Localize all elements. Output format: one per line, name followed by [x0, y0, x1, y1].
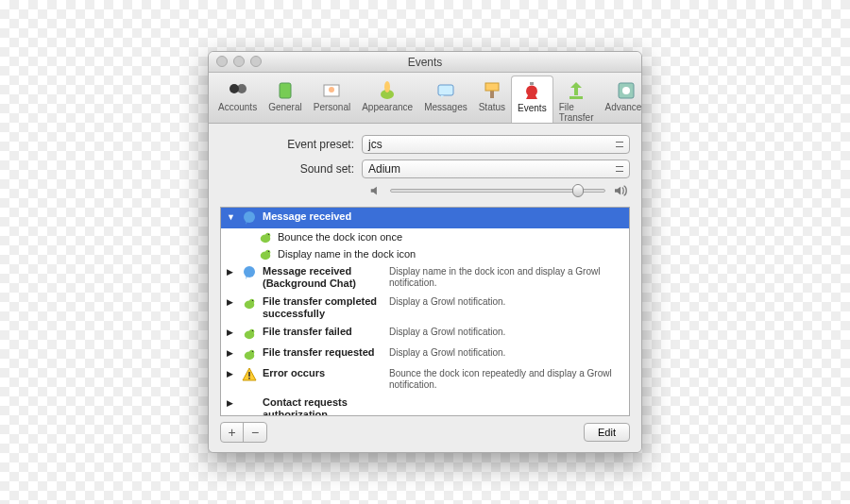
event-title: Message received (Background Chat): [263, 265, 383, 290]
toolbar-tab-personal[interactable]: Personal: [308, 76, 356, 123]
event-title: Message received: [263, 210, 383, 223]
volume-slider[interactable]: [390, 189, 605, 193]
event-action-row[interactable]: Display name in the dock icon: [221, 245, 629, 262]
events-list[interactable]: ▼ Message received Bounce the dock icon …: [220, 207, 630, 416]
disclosure-triangle-icon[interactable]: ▶: [227, 346, 236, 358]
event-description: Display name in the dock icon and displa…: [389, 265, 623, 289]
event-row[interactable]: ▶ File transfer failed Display a Growl n…: [221, 323, 629, 344]
event-action-text: Display name in the dock icon: [278, 248, 416, 260]
volume-row: [369, 184, 630, 197]
toolbar-tab-label: Advanced: [605, 102, 643, 112]
toolbar-tab-appearance[interactable]: Appearance: [356, 76, 418, 123]
toolbar-tab-general[interactable]: General: [263, 76, 308, 123]
accounts-icon: [227, 79, 249, 102]
event-title: File transfer completed successfully: [263, 295, 383, 320]
disclosure-triangle-icon[interactable]: ▼: [227, 210, 236, 222]
toolbar-tab-label: Appearance: [362, 102, 413, 112]
event-description: Display a Growl notification.: [389, 295, 505, 308]
sound-set-row: Sound set: Adium: [220, 160, 630, 178]
event-title: Error occurs: [263, 367, 383, 379]
event-action-text: Bounce the dock icon once: [278, 231, 402, 243]
event-row[interactable]: ▼ Message received: [221, 208, 629, 228]
toolbar-tab-accounts[interactable]: Accounts: [212, 76, 263, 123]
event-preset-value: jcs: [368, 138, 382, 151]
duck-green-icon: [259, 230, 272, 244]
svg-point-21: [244, 266, 255, 277]
toolbar-tab-messages[interactable]: Messages: [418, 76, 473, 123]
toolbar-tab-advanced[interactable]: Advanced: [600, 76, 643, 123]
svg-rect-31: [248, 372, 250, 377]
volume-high-icon: [613, 184, 630, 197]
general-icon: [274, 79, 297, 102]
bubble-blue-icon: [242, 210, 257, 226]
event-row[interactable]: ▶ File transfer requested Display a Grow…: [221, 344, 629, 364]
svg-point-4: [329, 87, 334, 92]
zoom-button[interactable]: [250, 56, 262, 67]
traffic-lights: [216, 56, 262, 67]
svg-point-13: [622, 87, 630, 94]
add-event-button[interactable]: +: [221, 423, 244, 442]
svg-point-16: [265, 233, 270, 238]
add-remove-segment: + −: [220, 422, 267, 443]
toolbar-tab-label: Messages: [424, 102, 468, 112]
preferences-window: Events Accounts General Personal Appeara…: [208, 51, 642, 453]
close-button[interactable]: [216, 56, 228, 67]
volume-low-icon: [369, 184, 382, 197]
minimize-button[interactable]: [233, 56, 245, 67]
svg-point-27: [252, 330, 253, 331]
toolbar-tab-status[interactable]: Status: [473, 76, 511, 123]
sound-set-select[interactable]: Adium: [362, 160, 630, 178]
svg-point-1: [237, 84, 246, 93]
svg-point-30: [252, 351, 253, 352]
toolbar-tab-label: Status: [479, 102, 505, 112]
duck-green-icon: [259, 247, 272, 260]
remove-event-button[interactable]: −: [244, 423, 266, 442]
event-row[interactable]: ▶ Error occurs Bounce the dock icon repe…: [221, 364, 629, 394]
footer-bar: + − Edit: [220, 422, 630, 443]
svg-rect-32: [248, 378, 250, 379]
disclosure-triangle-icon[interactable]: ▶: [227, 396, 236, 408]
event-row[interactable]: ▶ File transfer completed successfully D…: [221, 293, 629, 323]
titlebar[interactable]: Events: [209, 52, 641, 73]
event-preset-select[interactable]: jcs: [362, 135, 630, 154]
duck-green-icon: [242, 346, 257, 361]
disclosure-triangle-icon[interactable]: ▶: [227, 295, 236, 307]
event-description: Display a Growl notification.: [389, 326, 505, 338]
svg-rect-2: [280, 83, 291, 98]
event-title: File transfer failed: [263, 326, 383, 338]
toolbar-tab-label: Accounts: [218, 102, 257, 112]
personal-icon: [320, 79, 343, 102]
toolbar-tab-label: General: [268, 102, 302, 112]
event-description: Display a Growl notification.: [389, 346, 505, 359]
toolbar-tab-label: Personal: [314, 102, 350, 112]
svg-point-24: [252, 300, 253, 301]
toolbar-tab-events[interactable]: Events: [511, 76, 553, 123]
edit-button[interactable]: Edit: [584, 423, 630, 442]
svg-point-6: [384, 81, 390, 92]
preferences-toolbar: Accounts General Personal Appearance Mes…: [209, 73, 641, 124]
events-icon: [520, 80, 543, 103]
toolbar-tab-label: Events: [518, 103, 547, 113]
duck-green-icon: [242, 295, 257, 311]
svg-rect-11: [570, 96, 583, 99]
sound-set-label: Sound set:: [220, 162, 362, 176]
svg-point-17: [268, 234, 269, 235]
content-pane: Event preset: jcs Sound set: Adium: [209, 124, 641, 452]
event-action-row[interactable]: Bounce the dock icon once: [221, 228, 629, 245]
svg-point-20: [268, 251, 269, 252]
event-row[interactable]: ▶ Message received (Background Chat) Dis…: [221, 262, 629, 293]
filetransfer-icon: [565, 79, 587, 102]
svg-point-14: [244, 211, 255, 223]
event-preset-label: Event preset:: [220, 138, 362, 151]
disclosure-triangle-icon[interactable]: ▶: [227, 367, 236, 378]
volume-slider-thumb[interactable]: [572, 184, 584, 197]
svg-rect-9: [485, 83, 499, 91]
event-row[interactable]: ▶ Contact requests authorization: [221, 394, 629, 416]
disclosure-triangle-icon[interactable]: ▶: [227, 326, 236, 337]
disclosure-triangle-icon[interactable]: ▶: [227, 265, 236, 277]
advanced-icon: [615, 79, 638, 102]
toolbar-tab-file-transfer[interactable]: File Transfer: [553, 76, 600, 123]
window-title: Events: [408, 56, 443, 69]
appearance-icon: [376, 79, 399, 102]
duck-green-icon: [242, 326, 257, 341]
